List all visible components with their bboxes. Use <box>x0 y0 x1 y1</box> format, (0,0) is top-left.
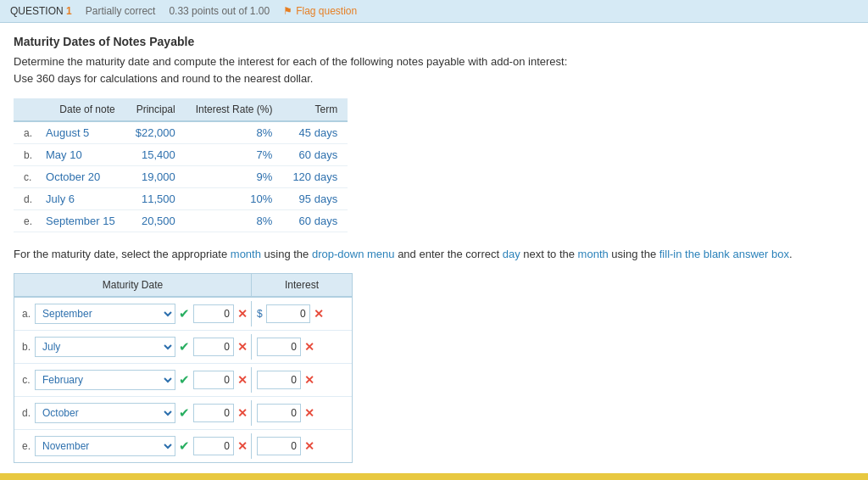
col-header-empty <box>14 98 36 121</box>
maturity-instructions: For the maturity date, select the approp… <box>14 246 854 263</box>
row-label: b. <box>14 144 36 166</box>
row-principal: 15,400 <box>125 144 186 166</box>
answer-header: Maturity Date Interest <box>14 274 352 298</box>
row-label: d. <box>14 188 36 210</box>
notes-table: Date of note Principal Interest Rate (%)… <box>14 98 348 232</box>
answer-row: d. JanuaryFebruaryMarchAprilMayJuneJulyA… <box>14 397 352 430</box>
clear-interest-icon[interactable]: ✕ <box>314 307 324 321</box>
answer-section: Maturity Date Interest a. JanuaryFebruar… <box>14 273 353 463</box>
maturity-cell: JanuaryFebruaryMarchAprilMayJuneJulyAugu… <box>33 433 252 459</box>
clear-day-icon[interactable]: ✕ <box>237 340 248 354</box>
maturity-cell: JanuaryFebruaryMarchAprilMayJuneJulyAugu… <box>33 301 252 327</box>
row-term: 60 days <box>282 210 348 232</box>
day-input[interactable] <box>193 437 234 455</box>
month-select[interactable]: JanuaryFebruaryMarchAprilMayJuneJulyAugu… <box>35 304 175 324</box>
month-select[interactable]: JanuaryFebruaryMarchAprilMayJuneJulyAugu… <box>35 436 175 456</box>
question-label: QUESTION 1 <box>10 5 72 17</box>
row-label: c. <box>14 166 36 188</box>
row-label: d. <box>14 407 33 419</box>
check-icon: ✔ <box>179 405 190 421</box>
clear-day-icon[interactable]: ✕ <box>237 406 248 420</box>
maturity-cell: JanuaryFebruaryMarchAprilMayJuneJulyAugu… <box>33 367 252 393</box>
flag-label: Flag question <box>296 5 357 17</box>
check-icon: ✔ <box>179 306 190 321</box>
day-input[interactable] <box>193 304 234 323</box>
interest-input[interactable] <box>257 338 301 356</box>
answer-row: e. JanuaryFebruaryMarchAprilMayJuneJulyA… <box>14 430 352 462</box>
check-icon: ✔ <box>179 372 190 388</box>
row-principal: 19,000 <box>125 166 186 188</box>
main-content: Maturity Dates of Notes Payable Determin… <box>0 23 868 480</box>
row-date: September 15 <box>36 210 125 232</box>
clear-interest-icon[interactable]: ✕ <box>304 373 314 387</box>
month-select[interactable]: JanuaryFebruaryMarchAprilMayJuneJulyAugu… <box>35 337 175 357</box>
top-bar: QUESTION 1 Partially correct 0.33 points… <box>0 0 868 23</box>
row-rate: 9% <box>186 166 283 188</box>
clear-day-icon[interactable]: ✕ <box>237 307 248 321</box>
row-rate: 8% <box>186 210 283 232</box>
interest-header: Interest <box>252 274 352 296</box>
day-input[interactable] <box>193 404 234 422</box>
dollar-sign: $ <box>257 308 263 320</box>
interest-input[interactable] <box>257 404 301 422</box>
row-principal: 11,500 <box>125 188 186 210</box>
instructions: Determine the maturity date and compute … <box>14 53 854 87</box>
row-term: 45 days <box>282 121 348 144</box>
table-row: c. October 20 19,000 9% 120 days <box>14 166 348 188</box>
month-select[interactable]: JanuaryFebruaryMarchAprilMayJuneJulyAugu… <box>35 370 175 390</box>
row-label: c. <box>14 374 33 386</box>
col-header-term: Term <box>282 98 348 121</box>
row-term: 120 days <box>282 166 348 188</box>
flag-question[interactable]: ⚑ Flag question <box>283 5 357 17</box>
table-row: d. July 6 11,500 10% 95 days <box>14 188 348 210</box>
interest-input[interactable] <box>257 437 301 455</box>
row-rate: 10% <box>186 188 283 210</box>
maturity-date-header: Maturity Date <box>14 274 252 296</box>
col-header-rate: Interest Rate (%) <box>186 98 283 121</box>
bottom-bar <box>0 473 868 480</box>
row-rate: 7% <box>186 144 283 166</box>
interest-input[interactable] <box>257 371 301 389</box>
row-principal: 20,500 <box>125 210 186 232</box>
answer-rows: a. JanuaryFebruaryMarchAprilMayJuneJulyA… <box>14 298 352 462</box>
row-date: May 10 <box>36 144 125 166</box>
points-text: 0.33 points out of 1.00 <box>169 5 270 17</box>
clear-interest-icon[interactable]: ✕ <box>304 439 314 453</box>
check-icon: ✔ <box>179 339 190 354</box>
table-row: e. September 15 20,500 8% 60 days <box>14 210 348 232</box>
clear-interest-icon[interactable]: ✕ <box>304 340 314 354</box>
answer-row: c. JanuaryFebruaryMarchAprilMayJuneJulyA… <box>14 364 352 397</box>
row-principal: $22,000 <box>125 121 186 144</box>
section-title: Maturity Dates of Notes Payable <box>14 35 854 48</box>
row-date: July 6 <box>36 188 125 210</box>
clear-interest-icon[interactable]: ✕ <box>304 406 314 420</box>
row-label: e. <box>14 440 33 452</box>
maturity-date-label: Maturity Date <box>103 279 163 291</box>
col-header-principal: Principal <box>125 98 186 121</box>
answer-row: b. JanuaryFebruaryMarchAprilMayJuneJulyA… <box>14 331 352 364</box>
month-select[interactable]: JanuaryFebruaryMarchAprilMayJuneJulyAugu… <box>35 403 175 423</box>
maturity-cell: JanuaryFebruaryMarchAprilMayJuneJulyAugu… <box>33 334 252 360</box>
row-label: a. <box>14 121 36 144</box>
answer-row: a. JanuaryFebruaryMarchAprilMayJuneJulyA… <box>14 298 352 331</box>
check-icon: ✔ <box>179 438 190 454</box>
question-number: 1 <box>66 5 72 17</box>
interest-cell: ✕ <box>252 335 352 359</box>
day-input[interactable] <box>193 371 234 389</box>
maturity-cell: JanuaryFebruaryMarchAprilMayJuneJulyAugu… <box>33 400 252 426</box>
row-label: b. <box>14 341 33 353</box>
interest-input[interactable] <box>266 304 310 323</box>
day-input[interactable] <box>193 338 234 356</box>
clear-day-icon[interactable]: ✕ <box>237 439 248 453</box>
interest-cell: ✕ <box>252 368 352 392</box>
interest-cell: ✕ <box>252 434 352 458</box>
interest-label: Interest <box>285 279 319 291</box>
col-header-date: Date of note <box>36 98 125 121</box>
interest-cell: $ ✕ <box>252 302 352 326</box>
instructions-line1: Determine the maturity date and compute … <box>14 55 567 68</box>
table-row: b. May 10 15,400 7% 60 days <box>14 144 348 166</box>
table-row: a. August 5 $22,000 8% 45 days <box>14 121 348 144</box>
clear-day-icon[interactable]: ✕ <box>237 373 248 387</box>
row-date: August 5 <box>36 121 125 144</box>
question-text: QUESTION <box>10 5 64 17</box>
